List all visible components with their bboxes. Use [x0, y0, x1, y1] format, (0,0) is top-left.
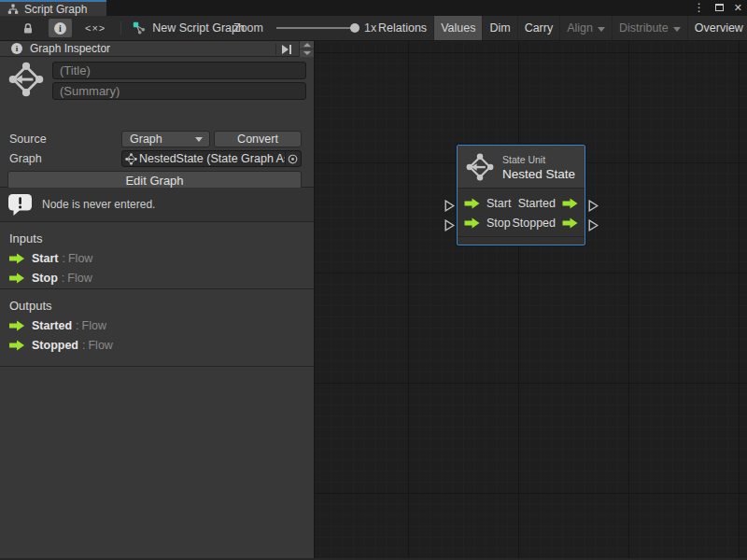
- toolbar-right-group: Relations Values Dim Carry Align Distrib…: [372, 16, 747, 40]
- flow-arrow-icon: [9, 320, 24, 331]
- inspector-header: i Graph Inspector: [0, 41, 314, 57]
- close-icon[interactable]: ✕: [734, 3, 742, 13]
- input-port-stop: Stop : Flow: [9, 272, 314, 285]
- outputs-title: Outputs: [9, 299, 314, 313]
- triangle-up-icon: [303, 43, 311, 47]
- node-port-row: Start Started: [464, 193, 578, 213]
- graph-field-label: Graph: [9, 152, 42, 165]
- new-script-graph-label: New Script Graph: [152, 21, 245, 35]
- toolbar-left-group: i <×> New Script Graph: [0, 16, 250, 40]
- panel-scrollbar: [299, 41, 314, 57]
- separator: [275, 44, 276, 55]
- inspector-title: Graph Inspector: [30, 42, 110, 55]
- graph-canvas[interactable]: State Unit Nested State Start Started St…: [315, 41, 747, 560]
- object-picker-button[interactable]: [285, 151, 299, 166]
- node-kind-label: State Unit: [502, 154, 575, 165]
- input-port-start: Start : Flow: [9, 252, 314, 265]
- flow-arrow-icon: [9, 273, 24, 284]
- chevron-down-icon: [673, 27, 681, 32]
- zoom-slider-handle[interactable]: [350, 23, 359, 33]
- relations-button[interactable]: Relations: [372, 16, 433, 40]
- flow-output-port-icon[interactable]: [562, 217, 578, 229]
- title-field[interactable]: [52, 62, 306, 79]
- convert-button[interactable]: Convert: [214, 131, 302, 147]
- inputs-title: Inputs: [9, 231, 314, 245]
- node-title: Nested State: [502, 167, 575, 181]
- values-button[interactable]: Values: [433, 16, 482, 40]
- tab-bar: Script Graph ⋮ ✕: [0, 0, 747, 16]
- warning-box: Node is never entered.: [0, 188, 314, 222]
- scroll-up-button[interactable]: [300, 41, 314, 49]
- graph-object-field[interactable]: NestedState (State Graph As: [121, 150, 302, 167]
- scroll-down-button[interactable]: [300, 49, 314, 57]
- flow-arrow-icon: [9, 340, 24, 351]
- dock-icon: [282, 45, 289, 54]
- info-icon: i: [54, 22, 66, 35]
- dim-button[interactable]: Dim: [482, 16, 516, 40]
- warning-icon: [7, 193, 33, 217]
- node-header[interactable]: State Unit Nested State: [458, 146, 585, 188]
- overview-button[interactable]: Overview: [687, 16, 747, 40]
- flow-arrow-icon: [9, 253, 24, 264]
- inspector-toggle-button[interactable]: i: [49, 19, 72, 37]
- inputs-section: Inputs Start : Flow Stop : Flow: [0, 222, 314, 289]
- node-footer: [458, 236, 585, 245]
- summary-field[interactable]: [52, 82, 306, 100]
- toolbar-separator: [120, 21, 121, 35]
- node-port-row: Stop Stopped: [464, 213, 578, 232]
- state-graph-asset-icon: [125, 153, 137, 165]
- nested-state-node[interactable]: State Unit Nested State Start Started St…: [457, 145, 585, 245]
- output-port-stopped: Stopped : Flow: [9, 339, 314, 352]
- external-input-port[interactable]: [444, 200, 455, 212]
- graph-inspector-panel: i Graph Inspector Source: [0, 41, 315, 560]
- zoom-slider[interactable]: [276, 27, 355, 29]
- external-output-port[interactable]: [588, 200, 599, 212]
- inspector-header-controls: [275, 41, 314, 57]
- warning-text: Node is never entered.: [42, 198, 155, 211]
- flow-output-port-icon[interactable]: [562, 198, 578, 209]
- external-input-port[interactable]: [444, 219, 455, 231]
- lock-button[interactable]: [17, 19, 39, 37]
- graph-properties-section: Source Graph Convert Graph NestedState (…: [0, 57, 314, 188]
- code-icon: <×>: [85, 22, 106, 34]
- source-label: Source: [9, 133, 47, 146]
- maximize-icon[interactable]: [715, 4, 724, 11]
- new-script-graph-button[interactable]: New Script Graph: [127, 21, 250, 35]
- graph-toolbar: i <×> New Script Graph Zoom 1x: [0, 16, 747, 41]
- edit-graph-button[interactable]: Edit Graph: [7, 171, 302, 189]
- zoom-label: Zoom: [233, 21, 263, 35]
- tab-script-graph[interactable]: Script Graph: [0, 0, 106, 16]
- graph-asset-icon: [133, 21, 146, 35]
- flow-input-port-icon[interactable]: [464, 217, 480, 229]
- source-dropdown[interactable]: Graph: [121, 131, 210, 147]
- lock-icon: [22, 22, 34, 35]
- distribute-dropdown[interactable]: Distribute: [612, 16, 687, 40]
- node-ports: Start Started Stop Stopped: [458, 188, 585, 236]
- zoom-control: Zoom 1x: [233, 16, 376, 40]
- state-unit-icon: [466, 153, 494, 181]
- object-picker-icon: [287, 153, 299, 165]
- overflow-menu-icon[interactable]: ⋮: [694, 2, 705, 13]
- triangle-down-icon: [303, 51, 311, 55]
- unity-script-graph-window: Script Graph ⋮ ✕ i <×>: [0, 0, 747, 560]
- flow-input-port-icon[interactable]: [464, 198, 480, 209]
- external-output-port[interactable]: [588, 219, 599, 231]
- script-graph-tab-icon: [7, 4, 19, 15]
- info-icon: i: [11, 43, 22, 54]
- code-view-button[interactable]: <×>: [79, 19, 111, 37]
- carry-button[interactable]: Carry: [517, 16, 560, 40]
- tab-title: Script Graph: [24, 3, 87, 16]
- window-controls: ⋮ ✕: [694, 0, 742, 15]
- outputs-section: Outputs Started : Flow Stopped : Flow: [0, 289, 314, 367]
- state-unit-icon: [8, 62, 44, 97]
- output-port-started: Started : Flow: [9, 319, 314, 332]
- chevron-down-icon: [598, 27, 605, 32]
- chevron-down-icon: [195, 137, 203, 142]
- dock-panel-button[interactable]: [282, 45, 291, 54]
- align-dropdown[interactable]: Align: [559, 16, 612, 40]
